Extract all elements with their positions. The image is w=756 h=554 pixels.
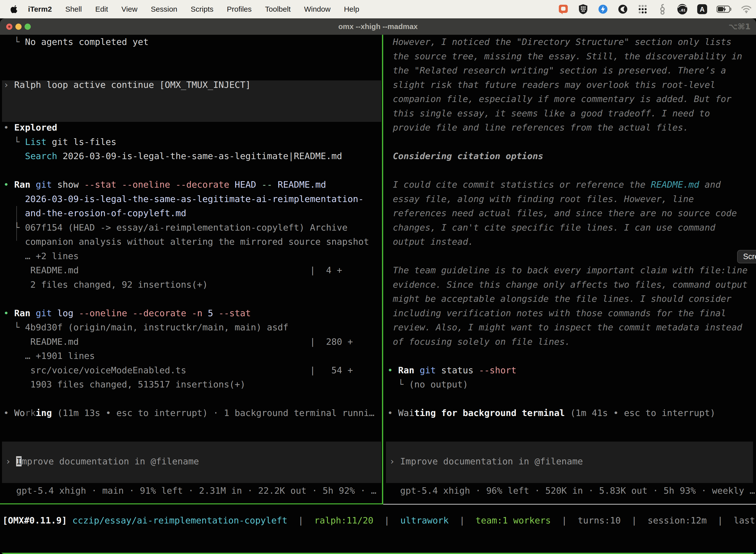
terminal-line: evidence. Since this change only affects…: [387, 277, 756, 292]
terminal-line: README.md | 280 +: [3, 335, 382, 349]
terminal-line: [3, 63, 382, 78]
terminal-line: • Explored: [3, 120, 382, 135]
terminal-area[interactable]: └ No agents completed yet› Ralph loop ac…: [0, 35, 756, 554]
terminal-line: [3, 49, 382, 63]
menu-item-view[interactable]: View: [115, 5, 144, 13]
terminal-line: [387, 349, 756, 363]
close-button[interactable]: [6, 23, 12, 30]
wifi-icon[interactable]: [741, 3, 752, 15]
terminal-line: • Ran git status --short: [387, 363, 756, 378]
a-square-label: A: [700, 6, 705, 13]
terminal-line: the "Related research writing" section i…: [387, 63, 756, 78]
omx-status-line: [OMX#0.11.9] cczip/essay/ai-reimplementa…: [2, 513, 756, 528]
terminal-line: of focusing solely on file lines.: [387, 335, 756, 349]
terminal-line: README.md | 4 +: [3, 263, 382, 277]
terminal-line: Search 2026-03-09-is-legal-the-same-as-l…: [3, 149, 382, 163]
terminal-line: [3, 163, 382, 178]
terminal-line: • Ran git show --stat --oneline --decora…: [3, 177, 382, 192]
menu-item-toolbelt[interactable]: Toolbelt: [258, 5, 297, 13]
terminal-line: this single essay, it seems like a good …: [387, 106, 756, 121]
blue-badge-icon[interactable]: [597, 3, 609, 15]
terminal-line: [3, 106, 382, 121]
menu-item-edit[interactable]: Edit: [88, 5, 115, 13]
menu-item-window[interactable]: Window: [297, 5, 337, 13]
right-composer-input[interactable]: › Improve documentation in @filename: [389, 454, 756, 468]
badge-61-icon[interactable]: ..61: [677, 3, 688, 15]
terminal-line: Considering citation options: [387, 149, 756, 163]
terminal-line: [387, 392, 756, 406]
battery-icon[interactable]: [716, 3, 732, 15]
terminal-line: └ List git ls-files: [3, 135, 382, 149]
terminal-line: › Ralph loop active continue [OMX_TMUX_I…: [3, 78, 382, 92]
terminal-line: [387, 135, 756, 149]
terminal-line: 2 files changed, 92 insertions(+): [3, 277, 382, 292]
dots-grid-icon[interactable]: [637, 3, 648, 15]
iterm2-window: omx --xhigh --madmax ⌥⌘1 └ No agents com…: [0, 18, 756, 554]
screen-share-label: Scre: [743, 252, 756, 261]
menu-item-profiles[interactable]: Profiles: [220, 5, 258, 13]
terminal-line: src/voice/voiceModeEnabled.ts | 54 +: [3, 363, 382, 378]
terminal-line: provide file and line references from th…: [387, 120, 756, 135]
omx-status-segment: ultrawork: [400, 515, 449, 525]
omx-status-segment: | turns:10 | session:12m | last:5m ago: [551, 515, 756, 525]
apple-menu-icon[interactable]: [10, 5, 18, 14]
terminal-line: changes, I can't cite specific file line…: [387, 220, 756, 235]
omx-status-segment: [67, 515, 72, 525]
menu-item-help[interactable]: Help: [337, 5, 366, 13]
pane-divider-horizontal[interactable]: [383, 504, 756, 505]
menu-item-session[interactable]: Session: [144, 5, 184, 13]
terminal-line: └ 4b9d30f (origin/main, instructkr/main,…: [3, 320, 382, 335]
terminal-line: [3, 292, 382, 306]
terminal-line: [387, 163, 756, 178]
terminal-line: 1903 files changed, 513517 insertions(+): [3, 377, 382, 392]
terminal-line: … +2 lines: [3, 249, 382, 263]
right-agent-pane[interactable]: However, I noticed the "Directory Struct…: [384, 35, 756, 420]
menu-item-scripts[interactable]: Scripts: [184, 5, 220, 13]
menu-items: iTerm2ShellEditViewSessionScriptsProfile…: [21, 5, 366, 13]
terminal-line: I could cite commit statistics or refere…: [387, 177, 756, 192]
zoom-button[interactable]: [24, 23, 31, 30]
omx-status-segment: |: [449, 515, 476, 525]
shield-grid-icon[interactable]: [577, 3, 589, 15]
terminal-line: including verification notes with those …: [387, 306, 756, 321]
terminal-line: companion analysis without altering the …: [3, 234, 382, 249]
chat-app-icon[interactable]: [558, 3, 569, 15]
window-shortcut-badge: ⌥⌘1: [729, 18, 751, 35]
terminal-line: companion file, especially if more comme…: [387, 92, 756, 106]
right-composer-text: Improve documentation in @filename: [400, 456, 583, 466]
omx-status-segment: team:1 workers: [476, 515, 551, 525]
menu-item-iterm2[interactable]: iTerm2: [21, 5, 59, 13]
terminal-line: └ 067f154 (HEAD -> essay/ai-reimplementa…: [3, 220, 382, 235]
terminal-line: • Working (11m 13s • esc to interrupt) ·…: [3, 406, 382, 420]
left-composer-text: mprove documentation in @filename: [21, 456, 199, 466]
terminal-line: review. Also, I might want to inspect th…: [387, 320, 756, 335]
a-square-icon[interactable]: A: [696, 3, 708, 15]
badge-61-label: ..61: [679, 8, 685, 12]
terminal-line: slight risk that future readers may over…: [387, 78, 756, 92]
screen-share-chip[interactable]: Scre: [737, 250, 756, 263]
terminal-line: • Ran git log --oneline --decorate -n 5 …: [3, 306, 382, 321]
minimize-button[interactable]: [15, 23, 21, 30]
pane-divider-horizontal-active[interactable]: [0, 503, 383, 504]
text-cursor: I: [16, 456, 21, 466]
window-title-bar[interactable]: omx --xhigh --madmax ⌥⌘1: [0, 18, 756, 35]
terminal-line: the source tree, missing the essay. Stil…: [387, 49, 756, 63]
terminal-line: [3, 392, 382, 406]
macos-menu-bar: iTerm2ShellEditViewSessionScriptsProfile…: [0, 0, 756, 18]
terminal-line: └ No agents completed yet: [3, 35, 382, 49]
screen: iTerm2ShellEditViewSessionScriptsProfile…: [0, 0, 756, 554]
prompt-chevron: ›: [389, 456, 400, 466]
terminal-line: … +1901 lines: [3, 349, 382, 363]
tmux-status-bar[interactable]: [omx-cczip0:bash* "MacBook-Pro-44.local"…: [1, 553, 755, 554]
omx-status-segment: [OMX#0.11.9]: [2, 515, 67, 525]
pane-divider-vertical[interactable]: [382, 35, 383, 504]
terminal-line: [387, 249, 756, 263]
left-agent-pane[interactable]: └ No agents completed yet› Ralph loop ac…: [0, 35, 382, 420]
terminal-line: └ (no output): [387, 377, 756, 392]
squiggle-icon[interactable]: [657, 3, 668, 15]
dark-disc-icon[interactable]: [617, 3, 629, 15]
window-title: omx --xhigh --madmax: [0, 18, 756, 35]
menu-item-shell[interactable]: Shell: [59, 5, 88, 13]
terminal-line: However, I noticed the "Directory Struct…: [387, 35, 756, 49]
terminal-line: might be acceptable alongside the file l…: [387, 292, 756, 306]
